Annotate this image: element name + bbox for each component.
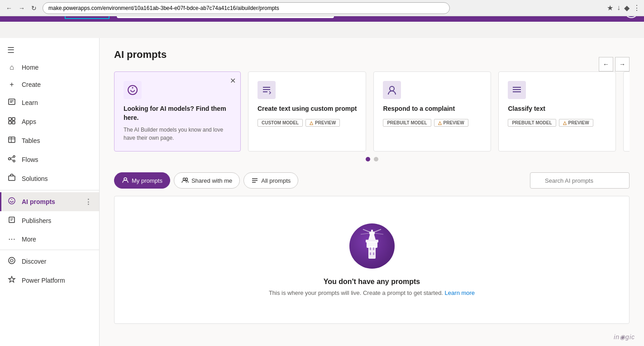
sidebar-item-create[interactable]: + Create: [0, 76, 99, 93]
main-content: AI prompts ← → ✕ Looking for AI models? …: [100, 38, 644, 346]
card-respond-complaint-title: Respond to a complaint: [383, 104, 482, 114]
svg-marker-44: [368, 233, 376, 240]
page-title: AI prompts: [114, 49, 630, 61]
cards-section: ← → ✕ Looking for AI models? Find them h…: [114, 71, 630, 161]
menu-icon[interactable]: ⋮: [633, 4, 640, 12]
browser-actions: ★ ↓ ◆ ⋮: [607, 4, 640, 12]
reload-button[interactable]: ↻: [29, 4, 39, 13]
carousel-prev[interactable]: ←: [599, 57, 613, 71]
tab-my-prompts-label: My prompts: [132, 177, 162, 184]
svg-rect-47: [370, 247, 371, 250]
svg-point-12: [13, 160, 15, 162]
forward-button[interactable]: →: [16, 4, 27, 13]
svg-point-16: [9, 198, 15, 204]
sidebar-item-power-platform[interactable]: Power Platform: [0, 271, 99, 290]
badge-preview-2: △ PREVIEW: [434, 119, 468, 127]
hamburger-icon: ☰: [7, 46, 14, 55]
card-respond-complaint-icon: [383, 81, 401, 99]
tab-shared-with-me[interactable]: Shared with me: [174, 172, 240, 189]
search-prompts-wrap[interactable]: 🔍: [530, 172, 630, 189]
sidebar-item-ai-prompts[interactable]: AI prompts ⋮: [0, 192, 99, 211]
publishers-icon: [7, 216, 16, 226]
sidebar-item-discover[interactable]: Discover: [0, 252, 99, 271]
carousel-dots: [114, 157, 630, 161]
more-icon: ⋯: [7, 235, 16, 243]
tab-shared-icon: [181, 176, 189, 185]
svg-point-24: [132, 87, 134, 89]
carousel-dot-1[interactable]: [366, 157, 370, 161]
tab-shared-with-me-label: Shared with me: [191, 177, 232, 184]
card-custom-text[interactable]: Create text using custom prompt CUSTOM M…: [248, 71, 366, 152]
card-extra[interactable]: [623, 71, 630, 152]
card-find-models: ✕ Looking for AI models? Find them here.…: [114, 71, 241, 152]
badge-prebuilt-model-2: PREBUILT MODEL: [508, 119, 556, 127]
carousel-dot-2[interactable]: [374, 157, 378, 161]
extensions-icon[interactable]: ◆: [624, 4, 630, 12]
sidebar-item-solutions[interactable]: Solutions: [0, 169, 99, 188]
card-custom-text-badges: CUSTOM MODEL △ PREVIEW: [258, 119, 357, 127]
svg-rect-3: [9, 118, 11, 120]
lighthouse-graphic: [349, 223, 395, 269]
svg-point-37: [185, 178, 187, 180]
power-platform-icon: [7, 275, 16, 285]
sidebar-divider-2: [0, 250, 99, 250]
sidebar-item-flows[interactable]: Flows: [0, 150, 99, 169]
card-classify-text[interactable]: Classify text PREBUILT MODEL △ PREVIEW: [498, 71, 616, 152]
learn-icon: [7, 98, 16, 108]
carousel-arrows: ← →: [599, 57, 630, 71]
svg-rect-49: [370, 252, 371, 255]
svg-point-28: [390, 86, 394, 91]
card-respond-complaint[interactable]: Respond to a complaint PREBUILT MODEL △ …: [373, 71, 491, 152]
ai-prompts-more-icon[interactable]: ⋮: [85, 198, 92, 206]
sidebar: ☰ ⌂ Home + Create Learn Apps Tables: [0, 38, 100, 346]
svg-point-21: [9, 257, 15, 264]
sidebar-item-more[interactable]: ⋯ More: [0, 230, 99, 248]
url-input-wrap[interactable]: [43, 2, 450, 14]
svg-rect-46: [371, 230, 373, 232]
card-respond-complaint-badges: PREBUILT MODEL △ PREVIEW: [383, 119, 482, 127]
url-input[interactable]: [43, 2, 450, 14]
card-find-models-title: Looking for AI models? Find them here.: [124, 104, 231, 122]
sidebar-collapse-button[interactable]: ☰: [0, 42, 99, 59]
badge-prebuilt-model-1: PREBUILT MODEL: [383, 119, 431, 127]
svg-rect-15: [9, 176, 15, 180]
learn-more-link[interactable]: Learn more: [445, 289, 475, 296]
sidebar-item-tables[interactable]: Tables: [0, 131, 99, 150]
browser-nav[interactable]: ← → ↻: [4, 4, 39, 13]
search-prompts-input[interactable]: [530, 172, 630, 189]
sidebar-divider: [0, 190, 99, 190]
svg-point-10: [9, 158, 11, 160]
tab-my-prompts-icon: [122, 176, 129, 185]
svg-rect-5: [9, 121, 11, 124]
svg-line-51: [363, 229, 372, 233]
card-classify-text-badges: PREBUILT MODEL △ PREVIEW: [508, 119, 606, 127]
back-button[interactable]: ←: [4, 4, 14, 13]
carousel-next[interactable]: →: [615, 57, 630, 71]
sidebar-item-learn[interactable]: Learn: [0, 93, 99, 112]
sidebar-item-publishers[interactable]: Publishers: [0, 211, 99, 230]
svg-point-36: [183, 178, 185, 180]
tab-my-prompts[interactable]: My prompts: [114, 172, 170, 189]
cards-row: ✕ Looking for AI models? Find them here.…: [114, 71, 630, 152]
bookmark-icon[interactable]: ★: [607, 4, 613, 12]
card-classify-text-icon: [508, 81, 526, 99]
flows-icon: [7, 155, 16, 165]
badge-preview-1: △ PREVIEW: [305, 119, 340, 127]
svg-line-52: [372, 229, 381, 233]
card-close-button[interactable]: ✕: [230, 76, 236, 85]
sidebar-item-home[interactable]: ⌂ Home: [0, 59, 99, 76]
svg-line-14: [11, 159, 14, 161]
tab-all-prompts[interactable]: All prompts: [243, 172, 298, 189]
sidebar-item-apps[interactable]: Apps: [0, 112, 99, 131]
card-custom-text-icon: [258, 81, 276, 99]
download-icon[interactable]: ↓: [617, 4, 620, 12]
tab-all-prompts-label: All prompts: [261, 177, 291, 184]
svg-rect-0: [9, 99, 15, 104]
url-bar: ← → ↻ ★ ↓ ◆ ⋮: [0, 0, 644, 16]
card-custom-text-title: Create text using custom prompt: [258, 104, 357, 114]
empty-state-desc: This is where your prompts will live. Cr…: [269, 289, 475, 296]
svg-rect-43: [366, 240, 378, 242]
card-find-models-icon: [124, 81, 142, 99]
empty-state: You don't have any prompts This is where…: [114, 196, 630, 324]
svg-rect-4: [12, 118, 15, 120]
